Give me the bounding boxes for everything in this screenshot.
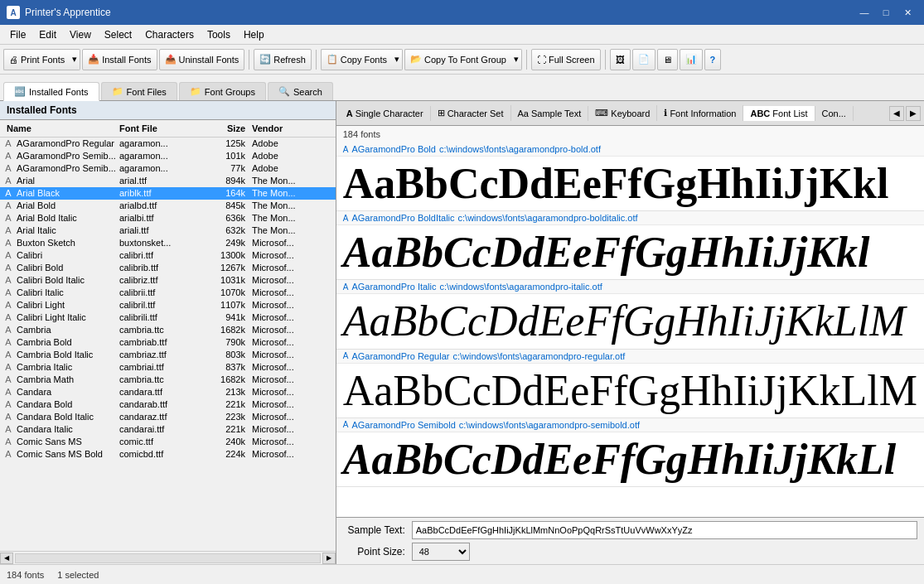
font-row[interactable]: A AGaramondPro Regular agaramon... 125k … bbox=[0, 138, 336, 150]
font-type-icon: A bbox=[0, 399, 17, 409]
installed-fonts-icon: 🔤 bbox=[14, 86, 26, 97]
preview-block: AAGaramondPro Regular c:\windows\fonts\a… bbox=[336, 350, 924, 418]
sample-text-input[interactable] bbox=[412, 521, 917, 539]
font-row[interactable]: A Arial arial.ttf 894k The Mon... bbox=[0, 175, 336, 187]
help-button[interactable]: ? bbox=[704, 49, 722, 70]
tab-sample-text[interactable]: Aa Sample Text bbox=[511, 106, 589, 121]
font-row[interactable]: A Calibri calibri.ttf 1300k Microsof... bbox=[0, 249, 336, 262]
menu-file[interactable]: File bbox=[3, 27, 32, 42]
tab-char-set[interactable]: ⊞ Character Set bbox=[431, 105, 511, 121]
tab-keyboard[interactable]: ⌨ Keyboard bbox=[588, 105, 657, 121]
font-row[interactable]: A Calibri Bold calibrib.ttf 1267k Micros… bbox=[0, 262, 336, 274]
font-row[interactable]: A Cambria cambria.ttc 1682k Microsof... bbox=[0, 324, 336, 336]
menu-tools[interactable]: Tools bbox=[201, 27, 237, 42]
font-row[interactable]: A Arial Bold arialbd.ttf 845k The Mon... bbox=[0, 200, 336, 212]
font-row[interactable]: A Candara Italic candarai.ttf 221k Micro… bbox=[0, 423, 336, 436]
app-icon: A bbox=[7, 6, 20, 19]
font-vendor: Microsof... bbox=[249, 449, 315, 459]
font-list[interactable]: A AGaramondPro Regular agaramon... 125k … bbox=[0, 138, 336, 551]
icon-btn3[interactable]: 🖥 bbox=[657, 49, 678, 70]
single-char-icon: A bbox=[346, 109, 353, 118]
font-row[interactable]: A Buxton Sketch buxtonsket... 249k Micro… bbox=[0, 237, 336, 249]
refresh-button[interactable]: 🔄 Refresh bbox=[254, 49, 312, 70]
font-vendor: Microsof... bbox=[249, 362, 315, 372]
install-fonts-button[interactable]: 📥 Install Fonts bbox=[82, 49, 157, 70]
font-row[interactable]: A Calibri Italic calibrii.ttf 1070k Micr… bbox=[0, 287, 336, 299]
menu-select[interactable]: Select bbox=[98, 27, 138, 42]
col-name[interactable]: Name bbox=[0, 122, 116, 135]
preview-font-path: c:\windows\fonts\agaramondpro-italic.otf bbox=[440, 282, 602, 292]
font-vendor: Microsof... bbox=[249, 399, 315, 409]
copy-icon: 📋 bbox=[327, 54, 338, 65]
print-fonts-dropdown[interactable]: ▾ bbox=[70, 49, 80, 70]
scroll-left-btn[interactable]: ◀ bbox=[0, 553, 13, 564]
menu-edit[interactable]: Edit bbox=[32, 27, 63, 42]
tab-font-list[interactable]: ABC Font List bbox=[743, 106, 815, 121]
tab-font-info[interactable]: ℹ Font Information bbox=[657, 105, 743, 121]
font-row[interactable]: A Candara candara.ttf 213k Microsof... bbox=[0, 386, 336, 398]
font-file: calibri.ttf bbox=[116, 250, 207, 260]
font-row[interactable]: A Arial Italic ariali.ttf 632k The Mon..… bbox=[0, 224, 336, 237]
menu-view[interactable]: View bbox=[63, 27, 98, 42]
col-vendor[interactable]: Vendor bbox=[249, 122, 315, 135]
col-file[interactable]: Font File bbox=[116, 122, 207, 135]
font-type-icon: A bbox=[0, 374, 17, 384]
font-file: cambriaz.ttf bbox=[116, 350, 207, 360]
font-row[interactable]: A Candara Bold candarab.ttf 221k Microso… bbox=[0, 398, 336, 411]
menu-help[interactable]: Help bbox=[237, 27, 271, 42]
font-row[interactable]: A Calibri Light Italic calibrili.ttf 941… bbox=[0, 311, 336, 324]
statusbar: 184 fonts 1 selected bbox=[0, 564, 924, 584]
font-size: 636k bbox=[207, 213, 249, 223]
uninstall-fonts-button[interactable]: 📤 Uninstall Fonts bbox=[159, 49, 245, 70]
font-row[interactable]: A Arial Bold Italic arialbi.ttf 636k The… bbox=[0, 212, 336, 224]
font-row[interactable]: A AGaramondPro Semib... agaramon... 77k … bbox=[0, 162, 336, 175]
tab-next-btn[interactable]: ▶ bbox=[906, 106, 921, 121]
horizontal-scrollbar[interactable]: ◀ ▶ bbox=[0, 551, 336, 564]
font-row[interactable]: A Calibri Bold Italic calibriz.ttf 1031k… bbox=[0, 274, 336, 287]
font-name: Calibri Light bbox=[17, 300, 116, 310]
font-file: calibrib.ttf bbox=[116, 263, 207, 273]
font-row[interactable]: A Cambria Italic cambriai.ttf 837k Micro… bbox=[0, 361, 336, 374]
font-row[interactable]: A Cambria Bold cambriab.ttf 790k Microso… bbox=[0, 336, 336, 349]
font-vendor: Microsof... bbox=[249, 387, 315, 397]
icon-btn4[interactable]: 📊 bbox=[680, 49, 703, 70]
copy-to-group-button[interactable]: 📂 Copy To Font Group bbox=[404, 49, 511, 70]
icon-btn1[interactable]: 🖼 bbox=[610, 49, 631, 70]
font-row[interactable]: A Comic Sans MS Bold comicbd.ttf 224k Mi… bbox=[0, 448, 336, 461]
close-button[interactable]: ✕ bbox=[897, 5, 917, 20]
icon-btn2[interactable]: 📄 bbox=[632, 49, 656, 70]
font-row[interactable]: A AGaramondPro Semib... agaramon... 101k… bbox=[0, 150, 336, 162]
font-vendor: The Mon... bbox=[249, 213, 315, 223]
copy-fonts-button[interactable]: 📋 Copy Fonts bbox=[321, 49, 392, 70]
tab-font-files[interactable]: 📁 Font Files bbox=[101, 82, 177, 100]
menu-characters[interactable]: Characters bbox=[138, 27, 201, 42]
font-row[interactable]: A Arial Black ariblk.ttf 164k The Mon... bbox=[0, 187, 336, 200]
font-row[interactable]: A Calibri Light calibril.ttf 1107k Micro… bbox=[0, 299, 336, 311]
main-content: Installed Fonts Name Font File Size Vend… bbox=[0, 101, 924, 564]
col-size[interactable]: Size bbox=[207, 122, 249, 135]
font-row[interactable]: A Candara Bold Italic candaraz.ttf 223k … bbox=[0, 411, 336, 423]
copy-to-group-dropdown[interactable]: ▾ bbox=[511, 49, 522, 70]
preview-font-name: AGaramondPro Italic bbox=[351, 282, 436, 292]
point-size-select[interactable]: 8 10 12 14 18 24 36 48 72 bbox=[412, 543, 470, 561]
tab-installed-fonts[interactable]: 🔤 Installed Fonts bbox=[3, 82, 99, 101]
info-icon: ℹ bbox=[664, 108, 667, 118]
copy-fonts-dropdown[interactable]: ▾ bbox=[392, 49, 403, 70]
print-fonts-button[interactable]: 🖨 Print Fonts bbox=[3, 49, 70, 70]
font-size: 1682k bbox=[207, 325, 249, 335]
tab-search[interactable]: 🔍 Search bbox=[268, 82, 333, 100]
tab-prev-btn[interactable]: ◀ bbox=[889, 106, 904, 121]
font-row[interactable]: A Cambria Bold Italic cambriaz.ttf 803k … bbox=[0, 349, 336, 361]
status-font-count: 184 fonts bbox=[7, 570, 44, 580]
font-file: arialbi.ttf bbox=[116, 213, 207, 223]
tab-single-char[interactable]: A Single Character bbox=[340, 106, 431, 121]
tab-con[interactable]: Con... bbox=[815, 106, 854, 121]
preview-area[interactable]: 184 fonts AAGaramondPro Bold c:\windows\… bbox=[336, 126, 924, 517]
full-screen-button[interactable]: ⛶ Full Screen bbox=[531, 49, 601, 70]
font-row[interactable]: A Comic Sans MS comic.ttf 240k Microsof.… bbox=[0, 436, 336, 448]
scroll-right-btn[interactable]: ▶ bbox=[322, 553, 336, 564]
minimize-button[interactable]: — bbox=[854, 5, 874, 20]
tab-font-groups[interactable]: 📁 Font Groups bbox=[179, 82, 266, 100]
maximize-button[interactable]: □ bbox=[876, 5, 896, 20]
font-row[interactable]: A Cambria Math cambria.ttc 1682k Microso… bbox=[0, 374, 336, 386]
